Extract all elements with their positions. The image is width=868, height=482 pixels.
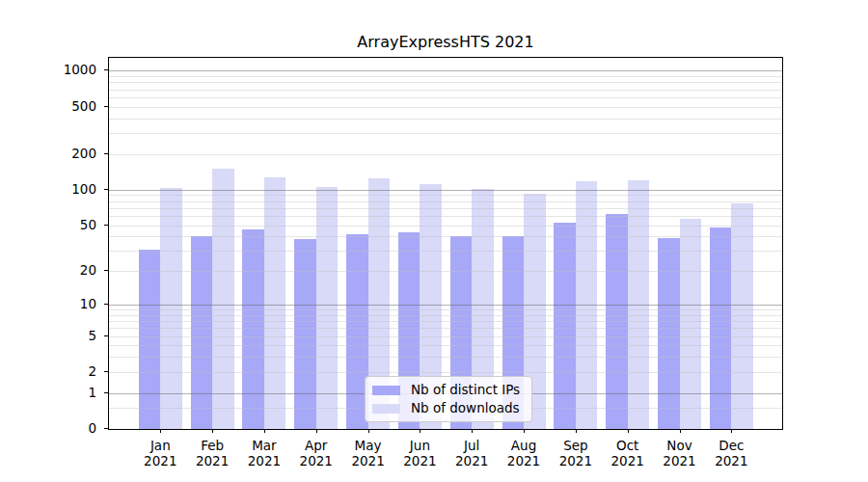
y-tick-mark: [104, 106, 108, 107]
x-label-month: Sep: [547, 438, 605, 453]
minor-gridline: [109, 216, 782, 217]
minor-gridline: [109, 76, 782, 77]
x-label-month: May: [339, 438, 397, 453]
bar-distinct-ips: [710, 228, 732, 429]
minor-gridline: [109, 82, 782, 83]
y-tick-label: 500: [71, 99, 96, 113]
y-tick-label: 1000: [64, 63, 96, 76]
x-tick-mark: [264, 429, 265, 433]
x-label-month: Apr: [287, 438, 345, 453]
x-label-year: 2021: [183, 453, 241, 469]
x-tick-mark: [160, 429, 161, 433]
major-gridline: [109, 190, 782, 191]
x-label-year: 2021: [702, 453, 760, 469]
x-tick-mark: [680, 429, 681, 433]
minor-gridline: [109, 195, 782, 196]
bar-downloads: [731, 203, 753, 429]
x-label-year: 2021: [391, 453, 448, 469]
y-tick-mark: [104, 153, 108, 154]
y-tick-mark: [104, 428, 108, 429]
x-label-year: 2021: [235, 453, 293, 469]
y-tick-mark: [104, 392, 108, 393]
y-tick-label: 10: [80, 297, 96, 310]
y-tick-label: 2: [88, 364, 96, 378]
x-label-month: Oct: [599, 438, 657, 453]
x-tick-mark: [472, 429, 473, 433]
bar-distinct-ips: [554, 223, 576, 429]
minor-gridline: [109, 208, 782, 209]
bar-downloads: [212, 169, 234, 429]
x-label-month: Aug: [495, 438, 553, 453]
figure: ArrayExpressHTS 2021 Nb of distinct IPs …: [0, 0, 868, 482]
bar-distinct-ips: [242, 229, 264, 429]
y-tick-mark: [104, 270, 108, 271]
x-label-year: 2021: [599, 453, 657, 469]
legend-swatch-downloads: [372, 404, 400, 414]
x-tick-mark: [628, 429, 629, 433]
x-label-year: 2021: [443, 453, 501, 469]
x-label-month: Jan: [131, 438, 189, 453]
x-label-year: 2021: [495, 453, 553, 469]
x-tick-label: Mar2021: [235, 438, 293, 469]
x-tick-mark: [212, 429, 213, 433]
x-tick-label: Jan2021: [131, 438, 189, 469]
bar-downloads: [576, 181, 598, 429]
minor-gridline: [109, 133, 782, 134]
x-label-year: 2021: [651, 453, 709, 469]
x-label-month: Mar: [235, 438, 293, 453]
x-tick-label: Sep2021: [547, 438, 605, 469]
x-label-month: Nov: [651, 438, 709, 453]
plot-area: Nb of distinct IPs Nb of downloads: [108, 57, 783, 430]
minor-gridline: [109, 107, 782, 108]
bar-downloads: [628, 180, 650, 429]
x-tick-label: Oct2021: [599, 438, 657, 469]
y-tick-mark: [104, 304, 108, 305]
x-tick-label: Apr2021: [287, 438, 345, 469]
x-tick-mark: [420, 429, 420, 433]
x-tick-mark: [368, 429, 369, 433]
bar-distinct-ips: [191, 236, 213, 429]
legend-swatch-distinct-ips: [372, 386, 400, 395]
legend-item-distinct-ips: Nb of distinct IPs: [372, 383, 520, 397]
chart-title: ArrayExpressHTS 2021: [109, 33, 782, 51]
bar-downloads: [264, 177, 286, 429]
minor-gridline: [109, 119, 782, 120]
bar-downloads: [160, 188, 182, 429]
x-tick-label: Jul2021: [443, 438, 501, 469]
bar-distinct-ips: [294, 239, 316, 429]
x-tick-mark: [316, 429, 317, 433]
x-label-month: Feb: [183, 438, 241, 453]
y-tick-label: 5: [88, 329, 96, 342]
x-tick-mark: [524, 429, 525, 433]
y-tick-mark: [104, 225, 108, 226]
legend-label-distinct-ips: Nb of distinct IPs: [411, 383, 520, 397]
y-tick-label: 20: [80, 263, 96, 277]
x-tick-label: May2021: [339, 438, 397, 469]
y-tick-label: 50: [80, 218, 96, 231]
x-tick-mark: [576, 429, 577, 433]
y-tick-label: 100: [71, 182, 96, 196]
y-tick-label: 0: [88, 421, 96, 435]
bar-distinct-ips: [139, 250, 161, 429]
x-label-month: Jul: [443, 438, 501, 453]
x-label-year: 2021: [287, 453, 345, 469]
minor-gridline: [109, 97, 782, 98]
x-tick-label: Jun2021: [391, 438, 448, 469]
x-label-month: Jun: [391, 438, 448, 453]
y-tick-mark: [104, 69, 108, 70]
x-tick-label: Nov2021: [651, 438, 709, 469]
y-tick-mark: [104, 189, 108, 190]
bar-distinct-ips: [658, 238, 680, 429]
legend: Nb of distinct IPs Nb of downloads: [365, 376, 532, 422]
x-tick-mark: [731, 429, 732, 433]
x-label-year: 2021: [547, 453, 605, 469]
x-tick-label: Aug2021: [495, 438, 553, 469]
minor-gridline: [109, 90, 782, 91]
bar-distinct-ips: [606, 214, 628, 429]
bar-downloads: [680, 219, 702, 429]
minor-gridline: [109, 154, 782, 155]
y-tick-mark: [104, 371, 108, 372]
minor-gridline: [109, 201, 782, 202]
x-tick-label: Dec2021: [702, 438, 760, 469]
bar-downloads: [316, 187, 339, 429]
